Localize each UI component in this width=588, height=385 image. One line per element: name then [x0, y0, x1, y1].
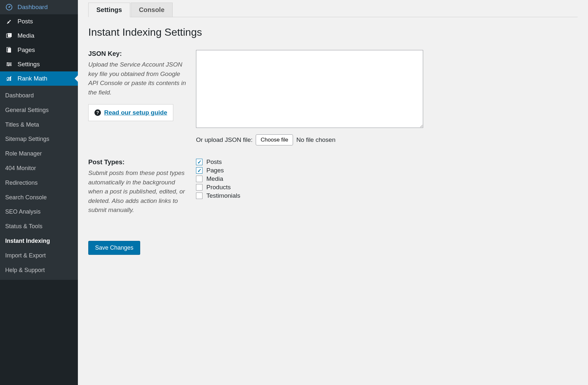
- checkbox-products[interactable]: Products: [196, 184, 578, 191]
- sidebar-item-label: Pages: [18, 46, 35, 54]
- checkbox-label: Pages: [206, 167, 224, 174]
- json-key-label-col: JSON Key: Upload the Service Account JSO…: [88, 50, 196, 121]
- checkbox-box-posts[interactable]: [196, 159, 202, 165]
- checkbox-box-media[interactable]: [196, 176, 202, 182]
- question-icon: ?: [94, 109, 101, 116]
- post-types-row: Post Types: Submit posts from these post…: [88, 158, 578, 215]
- sidebar-item-label: Media: [18, 32, 34, 39]
- checkbox-box-pages[interactable]: [196, 167, 202, 174]
- json-key-field-col: Or upload JSON file: Choose file No file…: [196, 50, 578, 145]
- pin-icon: [5, 18, 13, 25]
- submenu-item-404-monitor[interactable]: 404 Monitor: [0, 161, 78, 176]
- sidebar-item-settings[interactable]: Settings: [0, 57, 78, 71]
- tabs: Settings Console: [88, 3, 578, 17]
- checkbox-label: Testimonials: [206, 192, 240, 199]
- submenu-item-redirections[interactable]: Redirections: [0, 176, 78, 190]
- checkbox-label: Media: [206, 175, 223, 182]
- svg-rect-12: [8, 65, 9, 66]
- svg-rect-13: [7, 79, 8, 81]
- submenu-item-dashboard[interactable]: Dashboard: [0, 88, 78, 103]
- sidebar-item-dashboard[interactable]: Dashboard: [0, 0, 78, 14]
- file-status: No file chosen: [296, 136, 335, 143]
- submenu-item-import-export[interactable]: Import & Export: [0, 248, 78, 263]
- page-icon: [5, 47, 13, 53]
- submenu-item-help-support[interactable]: Help & Support: [0, 263, 78, 278]
- setup-guide-box: ? Read our setup guide: [88, 104, 173, 121]
- svg-rect-10: [7, 62, 8, 64]
- sidebar-item-pages[interactable]: Pages: [0, 43, 78, 57]
- media-icon: [5, 32, 13, 39]
- svg-rect-7: [6, 63, 12, 63]
- setup-guide-link[interactable]: Read our setup guide: [104, 109, 167, 116]
- sidebar-item-media[interactable]: Media: [0, 29, 78, 43]
- sidebar-item-label: Posts: [18, 18, 33, 25]
- choose-file-button[interactable]: Choose file: [256, 134, 293, 145]
- dashboard-icon: [5, 4, 13, 10]
- checkbox-testimonials[interactable]: Testimonials: [196, 192, 578, 199]
- post-types-field-col: Posts Pages Media Products Testimonials: [196, 158, 578, 199]
- page-title: Instant Indexing Settings: [88, 26, 578, 38]
- save-button[interactable]: Save Changes: [88, 241, 140, 255]
- checkbox-label: Posts: [206, 158, 222, 166]
- sidebar-item-label: Dashboard: [18, 4, 48, 11]
- tab-settings[interactable]: Settings: [88, 3, 130, 17]
- sidebar-item-label: Settings: [18, 61, 40, 68]
- checkbox-box-products[interactable]: [196, 184, 202, 191]
- main-content: Settings Console Instant Indexing Settin…: [78, 0, 588, 385]
- svg-point-1: [8, 6, 10, 8]
- svg-rect-11: [10, 64, 10, 65]
- svg-rect-3: [8, 33, 12, 37]
- json-key-desc: Upload the Service Account JSON key file…: [88, 60, 188, 97]
- submenu-item-sitemap-settings[interactable]: Sitemap Settings: [0, 132, 78, 146]
- post-types-checkbox-list: Posts Pages Media Products Testimonials: [196, 158, 578, 199]
- submenu-item-status-tools[interactable]: Status & Tools: [0, 219, 78, 234]
- submenu-item-role-manager[interactable]: Role Manager: [0, 146, 78, 161]
- post-types-desc: Submit posts from these post types autom…: [88, 168, 188, 215]
- checkbox-box-testimonials[interactable]: [196, 192, 202, 199]
- json-key-label: JSON Key:: [88, 50, 188, 57]
- settings-icon: [5, 61, 13, 68]
- checkbox-media[interactable]: Media: [196, 175, 578, 182]
- json-key-row: JSON Key: Upload the Service Account JSO…: [88, 50, 578, 145]
- sidebar-item-label: Rank Math: [18, 75, 47, 82]
- submenu-item-instant-indexing[interactable]: Instant Indexing: [0, 234, 78, 248]
- svg-rect-14: [8, 78, 9, 81]
- checkbox-pages[interactable]: Pages: [196, 167, 578, 174]
- sidebar-item-posts[interactable]: Posts: [0, 14, 78, 29]
- admin-sidebar: Dashboard Posts Media Pages Settings Ran…: [0, 0, 78, 385]
- svg-rect-6: [8, 48, 11, 53]
- chart-icon: [5, 75, 13, 82]
- submenu-item-seo-analysis[interactable]: SEO Analysis: [0, 205, 78, 219]
- svg-point-4: [9, 34, 9, 35]
- json-key-textarea[interactable]: [196, 50, 423, 128]
- submenu-item-general-settings[interactable]: General Settings: [0, 103, 78, 118]
- upload-label: Or upload JSON file:: [196, 136, 252, 143]
- upload-row: Or upload JSON file: Choose file No file…: [196, 134, 578, 145]
- checkbox-posts[interactable]: Posts: [196, 158, 578, 166]
- sidebar-item-rank-math[interactable]: Rank Math: [0, 71, 78, 86]
- post-types-label-col: Post Types: Submit posts from these post…: [88, 158, 196, 215]
- svg-rect-8: [6, 64, 12, 65]
- tab-console[interactable]: Console: [131, 3, 173, 17]
- post-types-label: Post Types:: [88, 158, 188, 166]
- submenu-item-titles-meta[interactable]: Titles & Meta: [0, 118, 78, 132]
- submenu-item-search-console[interactable]: Search Console: [0, 190, 78, 205]
- sidebar-submenu: Dashboard General Settings Titles & Meta…: [0, 86, 78, 280]
- checkbox-label: Products: [206, 184, 231, 191]
- svg-rect-9: [6, 65, 12, 66]
